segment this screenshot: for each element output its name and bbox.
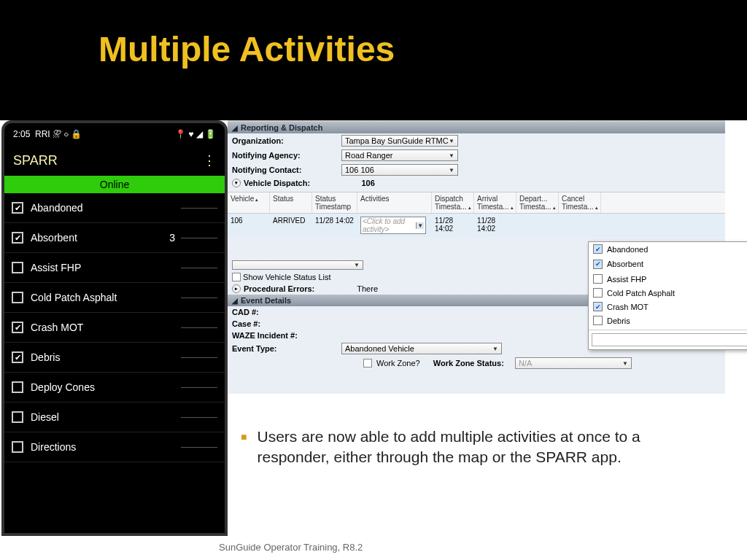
checkbox-icon[interactable] bbox=[12, 262, 23, 273]
item-label: Deploy Cones bbox=[31, 381, 181, 393]
proc-err-label: Procedural Errors: bbox=[244, 284, 314, 293]
case-label: Case #: bbox=[232, 319, 341, 328]
popup-item-label: Assist FHP bbox=[607, 275, 646, 284]
slide-footer: SunGuide Operator Training, R8.2 bbox=[219, 542, 363, 553]
list-item[interactable]: Abandoned bbox=[4, 193, 225, 223]
bullet-icon: ■ bbox=[241, 431, 247, 468]
list-item[interactable]: Crash MOT bbox=[4, 313, 225, 343]
dispatch-value: 106 bbox=[361, 179, 374, 187]
show-list-label: Show Vehicle Status List bbox=[243, 273, 330, 281]
popup-item[interactable]: Abandoned bbox=[589, 242, 747, 256]
checkbox-icon[interactable] bbox=[593, 244, 603, 254]
activity-dropdown[interactable]: <Click to add activity>▼ bbox=[360, 217, 426, 234]
desktop-panel: ◢Reporting & Dispatch Organization:Tampa… bbox=[228, 120, 725, 394]
list-item[interactable]: Deploy Cones bbox=[4, 373, 225, 402]
cad-label: CAD #: bbox=[232, 308, 341, 316]
popup-item-label: Abandoned bbox=[607, 245, 648, 254]
org-combo[interactable]: Tampa Bay SunGuide RTMC▼ bbox=[341, 135, 458, 147]
contact-label: Notifying Contact: bbox=[232, 166, 341, 174]
cell-status: ARRIVED bbox=[270, 214, 312, 237]
contact-combo[interactable]: 106 106▼ bbox=[341, 164, 458, 176]
checkbox-icon[interactable] bbox=[12, 292, 23, 303]
item-label: Directions bbox=[31, 441, 181, 453]
col-depart[interactable]: Depart... Timesta...▴ bbox=[516, 192, 559, 213]
popup-item-label: Cold Patch Asphalt bbox=[607, 289, 675, 298]
dispatch-grid: Vehicle▴ Status Status Timestamp Activit… bbox=[228, 192, 725, 237]
checkbox-icon[interactable] bbox=[593, 274, 603, 284]
app-name: SPARR bbox=[13, 153, 58, 168]
checkbox-icon[interactable] bbox=[593, 302, 603, 311]
cell-dispatch: 11/28 14:02 bbox=[432, 214, 474, 237]
item-label: Abandoned bbox=[31, 202, 181, 214]
popup-item-label: Absorbent bbox=[607, 260, 643, 268]
checkbox-icon[interactable] bbox=[12, 411, 23, 423]
workzone-checkbox[interactable] bbox=[363, 359, 372, 368]
checkbox-icon[interactable] bbox=[593, 288, 603, 298]
wzstatus-label: Work Zone Status: bbox=[433, 359, 504, 368]
item-label: Diesel bbox=[31, 411, 181, 423]
wzstatus-combo[interactable]: N/A▼ bbox=[515, 357, 632, 369]
evtype-label: Event Type: bbox=[232, 344, 341, 353]
collapse-icon[interactable]: ▸ bbox=[232, 284, 241, 293]
phone-status-icons: 📍 ♥ ◢ 🔋 bbox=[175, 129, 216, 139]
agency-label: Notifying Agency: bbox=[232, 151, 341, 160]
bullet-text: Users are now able to add multiple activ… bbox=[257, 427, 703, 468]
popup-item[interactable]: Crash MOT bbox=[589, 300, 747, 314]
item-label: Absorbent bbox=[31, 232, 169, 244]
evtype-combo[interactable]: Abandoned Vehicle▼ bbox=[341, 343, 502, 354]
col-vehicle[interactable]: Vehicle▴ bbox=[228, 192, 270, 213]
item-label: Cold Patch Asphalt bbox=[31, 292, 181, 303]
col-arrival[interactable]: Arrival Timesta...▴ bbox=[474, 192, 516, 213]
online-banner: Online bbox=[4, 176, 225, 193]
collapse-icon[interactable]: ▾ bbox=[232, 179, 241, 187]
checkbox-icon[interactable] bbox=[12, 351, 23, 363]
waze-label: WAZE Incident #: bbox=[232, 331, 341, 340]
agency-combo[interactable]: Road Ranger▼ bbox=[341, 149, 458, 161]
popup-item[interactable]: Assist FHP bbox=[589, 272, 747, 286]
show-list-checkbox[interactable] bbox=[232, 273, 241, 281]
activities-popup: AbandonedAbsorbent3Assist FHPCold Patch … bbox=[588, 241, 747, 350]
popup-filter-input[interactable] bbox=[592, 333, 747, 346]
list-item[interactable]: Assist FHP bbox=[4, 253, 225, 283]
checkbox-icon[interactable] bbox=[12, 232, 23, 244]
slide-title: Multiple Activities bbox=[98, 29, 747, 69]
proc-err-value: There bbox=[357, 284, 378, 293]
popup-item[interactable]: Absorbent3 bbox=[589, 256, 747, 272]
dispatch-label: Vehicle Dispatch: bbox=[244, 179, 310, 187]
section-reporting: ◢Reporting & Dispatch bbox=[228, 122, 725, 133]
workzone-label: Work Zone? bbox=[376, 359, 420, 368]
checkbox-icon[interactable] bbox=[593, 260, 603, 269]
cell-statusts: 11/28 14:02 bbox=[312, 214, 357, 237]
checkbox-icon[interactable] bbox=[12, 381, 23, 393]
phone-mockup: 2:05 RRI ⛈ ⊙ 🔒 📍 ♥ ◢ 🔋 SPARR ⋮ Online Ab… bbox=[1, 120, 228, 536]
checkbox-icon[interactable] bbox=[12, 322, 23, 333]
popup-item-label: Crash MOT bbox=[607, 303, 649, 311]
phone-menu-icon[interactable]: ⋮ bbox=[203, 152, 216, 168]
cell-arrival: 11/28 14:02 bbox=[474, 214, 516, 237]
popup-item[interactable]: Cold Patch Asphalt bbox=[589, 286, 747, 300]
checkbox-icon[interactable] bbox=[12, 441, 23, 453]
checkbox-icon[interactable] bbox=[593, 316, 603, 325]
item-label: Assist FHP bbox=[31, 262, 181, 273]
list-item[interactable]: Debris bbox=[4, 343, 225, 373]
list-item[interactable]: Cold Patch Asphalt bbox=[4, 283, 225, 313]
col-dispatch[interactable]: Dispatch Timesta...▴ bbox=[432, 192, 474, 213]
checkbox-icon[interactable] bbox=[12, 202, 23, 214]
col-activities[interactable]: Activities bbox=[357, 192, 432, 213]
col-status[interactable]: Status bbox=[270, 192, 312, 213]
item-label: Crash MOT bbox=[31, 322, 181, 333]
popup-item-label: Debris bbox=[607, 316, 630, 325]
table-row[interactable]: 106 ARRIVED 11/28 14:02 <Click to add ac… bbox=[228, 214, 725, 237]
item-label: Debris bbox=[31, 351, 181, 363]
item-count: 3 bbox=[169, 232, 175, 244]
col-cancel[interactable]: Cancel Timesta...▴ bbox=[559, 192, 601, 213]
phone-time: 2:05 RRI ⛈ ⊙ 🔒 bbox=[13, 129, 82, 139]
list-item[interactable]: Directions bbox=[4, 432, 225, 462]
col-statusts[interactable]: Status Timestamp bbox=[312, 192, 357, 213]
list-item[interactable]: Diesel bbox=[4, 402, 225, 432]
cell-vehicle: 106 bbox=[228, 214, 270, 237]
org-label: Organization: bbox=[232, 136, 341, 145]
popup-item[interactable]: Debris bbox=[589, 314, 747, 327]
list-item[interactable]: Absorbent3 bbox=[4, 223, 225, 253]
blank-combo[interactable]: ▼ bbox=[232, 260, 363, 270]
